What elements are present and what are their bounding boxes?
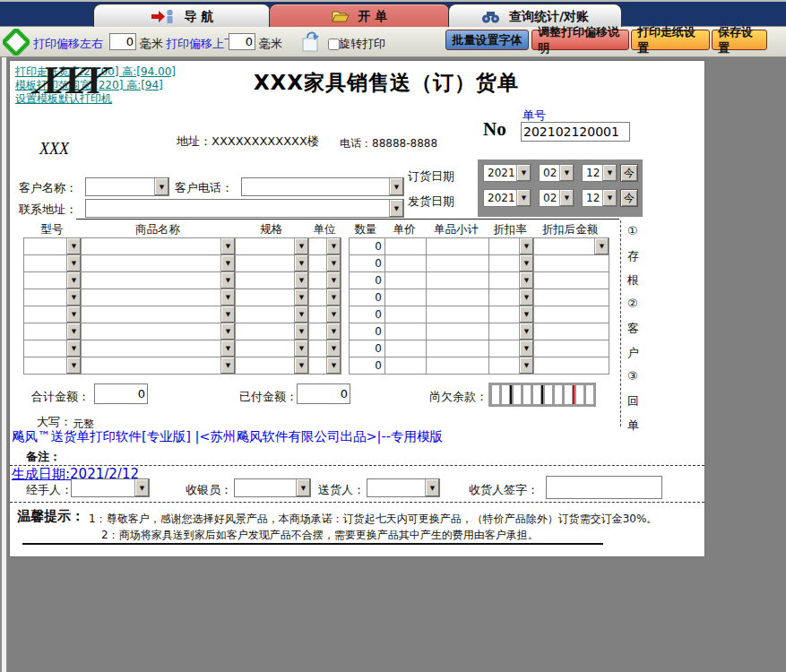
order-no-input[interactable] [521,122,630,142]
subtotal-cell[interactable] [427,289,489,306]
chevron-down-icon[interactable]: ▼ [516,190,531,206]
chevron-down-icon[interactable]: ▼ [294,340,308,357]
order-today-button[interactable]: 今 [620,164,638,182]
unit-price-cell[interactable] [385,272,427,289]
unit-price-cell[interactable] [385,238,427,255]
chevron-down-icon[interactable]: ▼ [602,165,617,181]
chevron-down-icon[interactable]: ▼ [519,358,533,374]
subtotal-cell[interactable] [427,340,489,358]
chevron-down-icon[interactable]: ▼ [326,255,341,271]
model-dropdown[interactable]: ▼ [24,255,81,271]
product-name-dropdown[interactable]: ▼ [82,358,235,374]
subtotal-cell[interactable] [427,255,489,272]
spec-dropdown[interactable]: ▼ [236,272,308,289]
chevron-down-icon[interactable]: ▼ [389,200,403,217]
product-name-dropdown[interactable]: ▼ [82,306,235,323]
spec-dropdown[interactable]: ▼ [236,289,308,306]
discounted-amount-dropdown[interactable]: ▼ [534,238,609,254]
spec-dropdown[interactable]: ▼ [236,255,308,271]
quantity-cell[interactable]: 0 [350,306,385,323]
subtotal-cell[interactable] [427,358,489,375]
left-splitter[interactable] [0,57,7,672]
chevron-down-icon[interactable]: ▼ [296,479,310,496]
chevron-down-icon[interactable]: ▼ [66,323,81,340]
chevron-down-icon[interactable]: ▼ [326,272,341,289]
chevron-down-icon[interactable]: ▼ [220,306,235,323]
unit-price-cell[interactable] [385,358,427,375]
tab-billing[interactable]: 开 单 [269,4,450,29]
product-name-dropdown[interactable]: ▼ [82,289,235,306]
product-name-dropdown[interactable]: ▼ [82,323,235,340]
paid-amount-input[interactable] [297,383,350,404]
discount-rate-dropdown[interactable]: ▼ [489,289,533,306]
chevron-down-icon[interactable]: ▼ [389,178,403,195]
model-dropdown[interactable]: ▼ [24,272,81,289]
cashier-dropdown[interactable]: ▼ [234,478,311,497]
chevron-down-icon[interactable]: ▼ [519,340,533,357]
chevron-down-icon[interactable]: ▼ [134,479,149,496]
chevron-down-icon[interactable]: ▼ [326,238,341,254]
customer-name-dropdown[interactable]: ▼ [85,177,169,196]
unit-dropdown[interactable]: ▼ [309,238,341,254]
chevron-down-icon[interactable]: ▼ [559,190,574,206]
quantity-cell[interactable]: 0 [350,272,385,289]
discount-rate-dropdown[interactable]: ▼ [489,272,533,289]
order-month-select[interactable]: 02▼ [539,164,574,182]
unit-price-cell[interactable] [385,340,427,358]
chevron-down-icon[interactable]: ▼ [294,255,308,271]
discount-rate-dropdown[interactable]: ▼ [489,238,533,254]
ship-year-select[interactable]: 2021▼ [483,189,531,207]
unit-dropdown[interactable]: ▼ [309,340,341,357]
handler-dropdown[interactable]: ▼ [71,478,150,497]
order-year-select[interactable]: 2021▼ [483,164,531,182]
adjust-offset-help-button[interactable]: 调整打印偏移说明 [531,30,629,50]
spec-dropdown[interactable]: ▼ [236,340,308,357]
quantity-cell[interactable]: 0 [350,340,385,358]
chevron-down-icon[interactable]: ▼ [559,165,574,181]
chevron-down-icon[interactable]: ▼ [154,178,168,195]
chevron-down-icon[interactable]: ▼ [294,289,308,306]
chevron-down-icon[interactable]: ▼ [66,358,81,374]
delivery-person-dropdown[interactable]: ▼ [367,478,440,497]
chevron-down-icon[interactable]: ▼ [66,272,81,289]
tab-navigation[interactable]: 导 航 [93,4,271,29]
chevron-down-icon[interactable]: ▼ [519,272,533,289]
order-day-select[interactable]: 12▼ [582,164,618,182]
ship-month-select[interactable]: 02▼ [539,189,574,207]
subtotal-cell[interactable] [427,272,489,289]
quantity-cell[interactable]: 0 [350,323,385,340]
chevron-down-icon[interactable]: ▼ [220,323,235,340]
receiver-sign-input[interactable] [546,476,662,499]
chevron-down-icon[interactable]: ▼ [220,272,235,289]
total-amount-input[interactable] [94,383,148,404]
quantity-cell[interactable]: 0 [350,238,385,255]
contact-address-dropdown[interactable]: ▼ [85,199,404,218]
unit-price-cell[interactable] [385,289,427,306]
chevron-down-icon[interactable]: ▼ [294,323,308,340]
product-name-dropdown[interactable]: ▼ [82,238,235,254]
offset-tb-input[interactable] [229,33,255,50]
discount-rate-dropdown[interactable]: ▼ [489,358,533,374]
chevron-down-icon[interactable]: ▼ [66,255,81,271]
chevron-down-icon[interactable]: ▼ [220,340,235,357]
product-name-dropdown[interactable]: ▼ [82,272,235,289]
subtotal-cell[interactable] [427,306,489,323]
chevron-down-icon[interactable]: ▼ [519,323,533,340]
chevron-down-icon[interactable]: ▼ [519,306,533,323]
chevron-down-icon[interactable]: ▼ [326,289,341,306]
chevron-down-icon[interactable]: ▼ [519,238,533,254]
model-dropdown[interactable]: ▼ [24,306,81,323]
chevron-down-icon[interactable]: ▼ [326,340,341,357]
unit-dropdown[interactable]: ▼ [309,306,341,323]
chevron-down-icon[interactable]: ▼ [66,340,81,357]
unit-dropdown[interactable]: ▼ [309,289,341,306]
chevron-down-icon[interactable]: ▼ [294,238,308,254]
model-dropdown[interactable]: ▼ [24,358,81,374]
unit-dropdown[interactable]: ▼ [309,272,341,289]
discount-rate-dropdown[interactable]: ▼ [489,340,533,357]
discount-rate-dropdown[interactable]: ▼ [489,323,533,340]
offset-lr-input[interactable] [109,33,136,50]
discount-rate-dropdown[interactable]: ▼ [489,255,533,271]
spec-dropdown[interactable]: ▼ [236,323,308,340]
chevron-down-icon[interactable]: ▼ [294,306,308,323]
